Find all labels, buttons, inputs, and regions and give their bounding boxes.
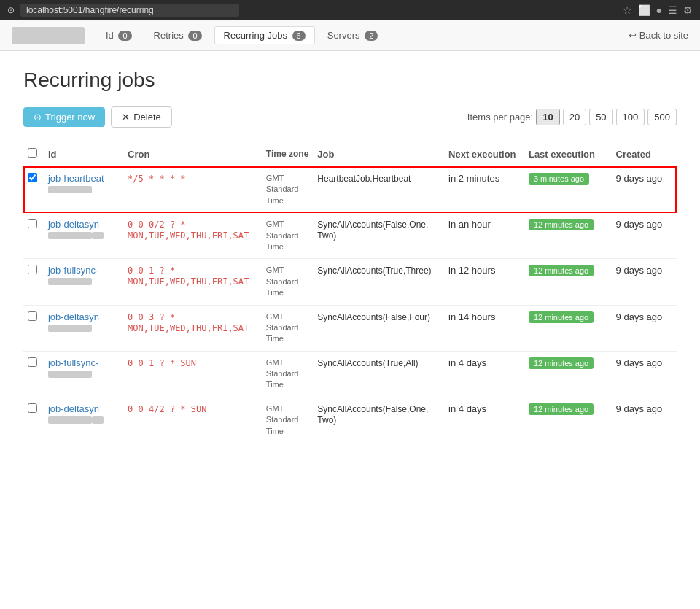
job-name: HeartbeatJob.Heartbeat — [317, 174, 411, 184]
recurring-tab-label: Recurring Jobs — [224, 30, 287, 41]
row-checkbox[interactable] — [28, 173, 37, 182]
table-header-row: Id Cron Time zone Job Next execution — [23, 142, 677, 166]
last-execution-badge: 12 minutes ago — [529, 219, 594, 230]
row-created-cell: 9 days ago — [612, 397, 677, 443]
job-id-link[interactable]: job-fullsync- — [48, 265, 98, 276]
created-value: 9 days ago — [616, 265, 663, 276]
jobs-table: Id Cron Time zone Job Next execution — [23, 142, 677, 443]
back-to-site-link[interactable]: ↩ Back to site — [629, 30, 688, 41]
created-value: 9 days ago — [616, 219, 663, 230]
row-checkbox[interactable] — [28, 311, 37, 321]
row-next-cell: in an hour — [444, 213, 524, 259]
job-name: SyncAllAccounts(True,Three) — [317, 265, 431, 276]
header-job: Job — [313, 142, 444, 166]
row-checkbox-cell[interactable] — [23, 213, 44, 259]
nav-tab-servers[interactable]: Servers 2 — [318, 26, 388, 44]
row-cron-cell: */5 * * * * — [123, 166, 262, 213]
table-row: job-heartbeat */5 * * * * GMTStandardTim… — [23, 166, 677, 213]
row-timezone-cell: GMTStandardTime — [262, 305, 313, 351]
blurred-text — [48, 416, 92, 424]
row-next-cell: in 4 days — [444, 351, 524, 397]
row-created-cell: 9 days ago — [612, 259, 677, 305]
job-name: SyncAllAccounts(False,One, Two) — [317, 404, 428, 425]
row-checkbox-cell[interactable] — [23, 259, 44, 305]
job-name: SyncAllAccounts(False,Four) — [317, 312, 430, 322]
row-id-cell: job-deltasyn — [44, 397, 123, 443]
row-checkbox[interactable] — [28, 219, 37, 228]
table-row: job-deltasyn 0 0 0/2 ? * MON,TUE,WED,THU… — [23, 213, 677, 259]
table-row: job-fullsync- 0 0 1 ? * MON,TUE,WED,THU,… — [23, 259, 677, 305]
row-checkbox[interactable] — [28, 403, 37, 413]
page-size-100[interactable]: 100 — [616, 109, 645, 125]
select-all-checkbox[interactable] — [28, 148, 37, 158]
row-checkbox-cell[interactable] — [23, 166, 44, 213]
next-execution-value: in an hour — [448, 219, 491, 230]
nav-tab-retries[interactable]: Retries 0 — [144, 26, 211, 44]
row-checkbox-cell[interactable] — [23, 397, 44, 443]
settings-icon[interactable]: ⚙ — [683, 4, 693, 16]
job-id-link[interactable]: job-fullsync- — [48, 357, 98, 368]
servers-badge: 2 — [365, 31, 378, 41]
last-execution-badge: 12 minutes ago — [529, 311, 594, 323]
row-cron-cell: 0 0 0/2 ? * MON,TUE,WED,THU,FRI,SAT — [123, 213, 262, 259]
servers-tab-label: Servers — [327, 30, 360, 41]
row-checkbox-cell[interactable] — [23, 305, 44, 351]
row-created-cell: 9 days ago — [612, 305, 677, 351]
row-cron-cell: 0 0 1 ? * MON,TUE,WED,THU,FRI,SAT — [123, 259, 262, 305]
cron-expression: 0 0 0/2 ? * MON,TUE,WED,THU,FRI,SAT — [128, 220, 249, 241]
header-last-execution: Last execution — [524, 142, 612, 166]
retries-badge: 0 — [188, 31, 201, 41]
row-timezone-cell: GMTStandardTime — [262, 397, 313, 443]
page-title: Recurring jobs — [23, 69, 677, 92]
row-job-cell: HeartbeatJob.Heartbeat — [313, 166, 444, 213]
row-created-cell: 9 days ago — [612, 213, 677, 259]
items-per-page-control: Items per page: 10 20 50 100 500 — [467, 109, 677, 125]
profile-icon[interactable]: ● — [656, 4, 662, 16]
url-bar[interactable]: localhost:5001/hangfire/recurring — [20, 4, 239, 17]
row-timezone-cell: GMTStandardTime — [262, 213, 313, 259]
row-id-cell: job-deltasyn — [44, 305, 123, 351]
page-size-10[interactable]: 10 — [536, 109, 559, 125]
row-checkbox[interactable] — [28, 265, 37, 274]
favicon-icon: ⊙ — [7, 5, 15, 15]
blurred-text — [48, 371, 92, 378]
extension-icon[interactable]: ⬜ — [638, 4, 650, 16]
delete-button[interactable]: ✕ Delete — [111, 106, 172, 128]
nav-logo — [12, 27, 85, 44]
star-icon[interactable]: ☆ — [623, 4, 632, 16]
trigger-now-button[interactable]: ⊙ Trigger now — [23, 107, 105, 127]
page-size-500[interactable]: 500 — [648, 109, 677, 125]
row-job-cell: SyncAllAccounts(False,Four) — [313, 305, 444, 351]
row-id-cell: job-fullsync- — [44, 259, 123, 305]
back-arrow-icon: ↩ — [629, 30, 637, 41]
row-id-cell: job-fullsync- — [44, 351, 123, 397]
row-next-cell: in 4 days — [444, 397, 524, 443]
row-checkbox-cell[interactable] — [23, 351, 44, 397]
page-size-20[interactable]: 20 — [563, 109, 586, 125]
job-id-link[interactable]: job-deltasyn — [48, 311, 99, 322]
jobs-badge: 0 — [118, 31, 131, 41]
header-next-execution: Next execution — [444, 142, 524, 166]
row-checkbox[interactable] — [28, 357, 37, 367]
browser-icons: ☆ ⬜ ● ☰ ⚙ — [623, 4, 693, 16]
blurred-text-small — [92, 232, 104, 239]
header-cron: Cron — [123, 142, 262, 166]
row-last-cell: 12 minutes ago — [524, 397, 612, 443]
nav-tab-recurring[interactable]: Recurring Jobs 6 — [214, 26, 315, 44]
row-last-cell: 12 minutes ago — [524, 213, 612, 259]
job-id-link[interactable]: job-heartbeat — [48, 173, 104, 184]
next-execution-value: in 14 hours — [448, 311, 495, 322]
timezone-value: GMTStandardTime — [266, 265, 299, 297]
row-job-cell: SyncAllAccounts(True,All) — [313, 351, 444, 397]
nav-tab-jobs[interactable]: Id 0 — [96, 26, 141, 44]
menu-icon[interactable]: ☰ — [668, 4, 677, 16]
job-name: SyncAllAccounts(False,One, Two) — [317, 220, 428, 241]
timezone-value: GMTStandardTime — [266, 404, 299, 435]
row-last-cell: 3 minutes ago — [524, 166, 612, 213]
job-id-link[interactable]: job-deltasyn — [48, 219, 99, 230]
timezone-value: GMTStandardTime — [266, 358, 299, 389]
job-id-link[interactable]: job-deltasyn — [48, 403, 99, 414]
toolbar: ⊙ Trigger now ✕ Delete Items per page: 1… — [23, 106, 677, 128]
page-size-50[interactable]: 50 — [589, 109, 612, 125]
timezone-value: GMTStandardTime — [266, 220, 299, 251]
